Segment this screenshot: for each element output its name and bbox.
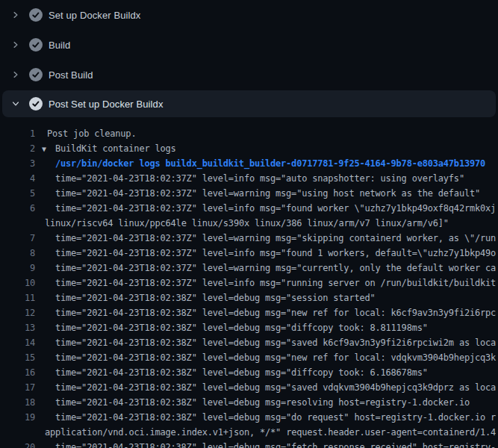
log-line: 11 time="2021-04-23T18:02:38Z" level=deb…	[0, 290, 498, 305]
log-line-number[interactable]: 1	[0, 126, 35, 141]
log-line: 15 time="2021-04-23T18:02:38Z" level=deb…	[0, 350, 498, 365]
log-line-text: time="2021-04-23T18:02:38Z" level=debug …	[35, 365, 428, 380]
log-line-content: time="2021-04-23T18:02:38Z" level=debug …	[55, 397, 470, 408]
log-line-text: time="2021-04-23T18:02:38Z" level=debug …	[35, 320, 428, 335]
log-line: 9 time="2021-04-23T18:02:37Z" level=warn…	[0, 261, 498, 276]
log-line: 7 time="2021-04-23T18:02:37Z" level=warn…	[0, 231, 498, 246]
log-line: 17 time="2021-04-23T18:02:38Z" level=deb…	[0, 380, 498, 395]
log-line-number[interactable]: 13	[0, 320, 35, 335]
log-line-number[interactable]: 20	[0, 440, 35, 448]
log-line-text: time="2021-04-23T18:02:37Z" level=info m…	[35, 276, 496, 290]
log-line: 20 time="2021-04-23T18:02:38Z" level=deb…	[0, 440, 498, 448]
log-line-text: time="2021-04-23T18:02:38Z" level=debug …	[35, 410, 496, 425]
log-viewer: 1 Post job cleanup. 2 ▼BuildKit containe…	[0, 126, 498, 448]
log-line-number[interactable]: 7	[0, 231, 35, 246]
log-line-content: time="2021-04-23T18:02:37Z" level=info m…	[55, 203, 496, 214]
log-line-text: time="2021-04-23T18:02:38Z" level=debug …	[35, 350, 496, 365]
step-post-build[interactable]: Post Build	[0, 60, 498, 90]
log-line: 18 time="2021-04-23T18:02:38Z" level=deb…	[0, 395, 498, 410]
log-line: 4 time="2021-04-23T18:02:37Z" level=info…	[0, 171, 498, 186]
group-collapse-icon: ▼	[42, 142, 55, 156]
log-line-text: /usr/bin/docker logs buildx_buildkit_bui…	[35, 156, 485, 171]
log-line-content: time="2021-04-23T18:02:38Z" level=debug …	[55, 367, 428, 378]
log-line-content: BuildKit container logs	[55, 143, 176, 154]
step-label: Build	[49, 40, 70, 51]
log-line-number[interactable]: 5	[0, 186, 35, 201]
log-line-content: time="2021-04-23T18:02:38Z" level=debug …	[55, 323, 428, 333]
step-label: Post Set up Docker Buildx	[49, 99, 164, 110]
log-line: application/vnd.oci.image.index.v1+json,…	[0, 425, 498, 440]
log-line-content: time="2021-04-23T18:02:37Z" level=info m…	[55, 173, 464, 184]
log-line-number[interactable]: 17	[0, 380, 35, 395]
chevron-right-icon	[10, 69, 21, 80]
log-line-number[interactable]: 18	[0, 395, 35, 410]
log-line-number[interactable]: 11	[0, 290, 35, 305]
log-line: 10 time="2021-04-23T18:02:37Z" level=inf…	[0, 276, 498, 290]
check-circle-icon	[29, 68, 43, 81]
log-line-number[interactable]: 8	[0, 246, 35, 261]
log-line-text: time="2021-04-23T18:02:38Z" level=debug …	[35, 335, 496, 350]
log-line-text: time="2021-04-23T18:02:37Z" level=info m…	[35, 171, 464, 186]
log-line-content: Post job cleanup.	[47, 128, 136, 139]
log-line-content: time="2021-04-23T18:02:37Z" level=info m…	[55, 278, 496, 288]
check-circle-icon	[29, 8, 43, 22]
log-line-text: time="2021-04-23T18:02:37Z" level=warnin…	[35, 186, 480, 201]
log-line-number[interactable]: 16	[0, 365, 35, 380]
log-line: 19 time="2021-04-23T18:02:38Z" level=deb…	[0, 410, 498, 425]
log-line-text: linux/riscv64 linux/ppc64le linux/s390x …	[35, 216, 449, 231]
step-label: Set up Docker Buildx	[49, 10, 140, 21]
log-line-text: time="2021-04-23T18:02:38Z" level=debug …	[35, 395, 470, 410]
log-line: 1 Post job cleanup.	[0, 126, 498, 141]
log-line-content: application/vnd.oci.image.index.v1+json,…	[45, 427, 496, 438]
log-line-number[interactable]: 4	[0, 171, 35, 186]
step-set-up-docker-buildx[interactable]: Set up Docker Buildx	[0, 0, 498, 30]
log-line-text[interactable]: ▼BuildKit container logs	[35, 141, 176, 156]
log-line: 13 time="2021-04-23T18:02:38Z" level=deb…	[0, 320, 498, 335]
log-line-number[interactable]: 2	[0, 141, 35, 156]
log-line-number[interactable]: 10	[0, 276, 35, 290]
log-line-content: time="2021-04-23T18:02:37Z" level=warnin…	[55, 233, 496, 243]
log-line: 14 time="2021-04-23T18:02:38Z" level=deb…	[0, 335, 498, 350]
log-line-text: time="2021-04-23T18:02:38Z" level=debug …	[35, 305, 496, 320]
log-line-text: application/vnd.oci.image.index.v1+json,…	[35, 425, 496, 440]
chevron-down-icon	[10, 99, 21, 109]
log-line: 3 /usr/bin/docker logs buildx_buildkit_b…	[0, 156, 498, 171]
log-line-number[interactable]: 6	[0, 201, 35, 216]
log-line-content: time="2021-04-23T18:02:37Z" level=warnin…	[55, 188, 480, 199]
log-line-number[interactable]: 9	[0, 261, 35, 276]
log-line-content: time="2021-04-23T18:02:37Z" level=info m…	[55, 248, 496, 258]
log-line: 5 time="2021-04-23T18:02:37Z" level=warn…	[0, 186, 498, 201]
log-line: 8 time="2021-04-23T18:02:37Z" level=info…	[0, 246, 498, 261]
log-line: 16 time="2021-04-23T18:02:38Z" level=deb…	[0, 365, 498, 380]
chevron-right-icon	[10, 10, 21, 20]
log-line-text: time="2021-04-23T18:02:37Z" level=info m…	[35, 246, 496, 261]
log-line-number[interactable]: 14	[0, 335, 35, 350]
step-build[interactable]: Build	[0, 30, 498, 60]
log-line: 6 time="2021-04-23T18:02:37Z" level=info…	[0, 201, 498, 216]
log-line: 12 time="2021-04-23T18:02:38Z" level=deb…	[0, 305, 498, 320]
log-line-content: time="2021-04-23T18:02:38Z" level=debug …	[55, 412, 496, 423]
steps-list: Set up Docker Buildx Build Post Build	[0, 0, 498, 117]
log-line-number[interactable]: 3	[0, 156, 35, 171]
log-line-number[interactable]: 19	[0, 410, 35, 425]
log-line-text: time="2021-04-23T18:02:37Z" level=warnin…	[35, 261, 496, 276]
log-line-text: time="2021-04-23T18:02:37Z" level=info m…	[35, 201, 496, 216]
actions-log-panel: Set up Docker Buildx Build Post Build	[0, 0, 498, 448]
step-label: Post Build	[49, 69, 93, 81]
log-line: 2 ▼BuildKit container logs	[0, 141, 498, 156]
log-line-content: time="2021-04-23T18:02:37Z" level=warnin…	[55, 263, 496, 273]
log-line-content: time="2021-04-23T18:02:38Z" level=debug …	[55, 293, 376, 303]
step-post-set-up-docker-buildx[interactable]: Post Set up Docker Buildx	[2, 90, 496, 117]
log-line: linux/riscv64 linux/ppc64le linux/s390x …	[0, 216, 498, 231]
log-line-number[interactable]: 12	[0, 305, 35, 320]
log-line-content: time="2021-04-23T18:02:38Z" level=debug …	[55, 352, 496, 363]
log-line-content: time="2021-04-23T18:02:38Z" level=debug …	[55, 382, 496, 393]
log-line-content: time="2021-04-23T18:02:38Z" level=debug …	[55, 308, 496, 318]
log-line-content: time="2021-04-23T18:02:38Z" level=debug …	[55, 337, 496, 348]
log-line-number[interactable]	[0, 216, 35, 231]
log-line-number[interactable]: 15	[0, 350, 35, 365]
log-line-text: time="2021-04-23T18:02:37Z" level=warnin…	[35, 231, 496, 246]
log-line-number[interactable]	[0, 425, 35, 440]
log-line-text: time="2021-04-23T18:02:38Z" level=debug …	[35, 440, 496, 448]
log-line-content: /usr/bin/docker logs buildx_buildkit_bui…	[55, 158, 485, 169]
